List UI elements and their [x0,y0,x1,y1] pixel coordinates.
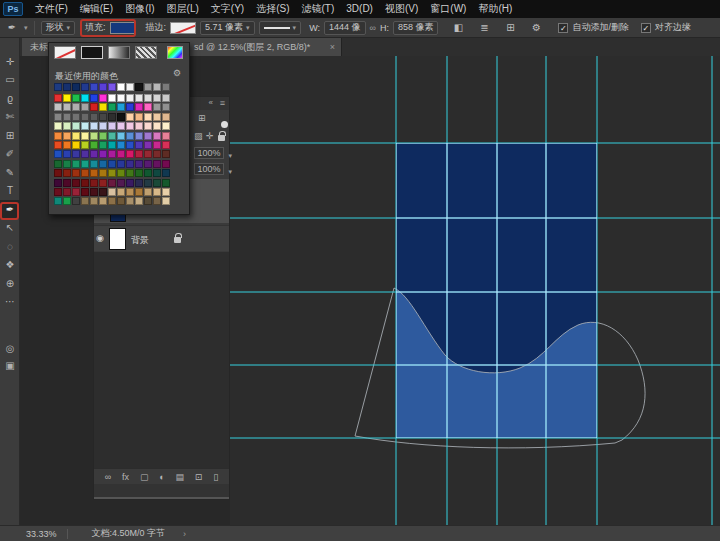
solid-color-button[interactable] [81,46,103,59]
color-swatch[interactable] [63,122,71,130]
recent-color-swatch[interactable] [135,83,143,91]
color-swatch[interactable] [54,132,62,140]
color-swatch[interactable] [162,169,170,177]
gear-icon[interactable]: ⚙ [173,68,181,78]
direct-selection-tool[interactable]: ↖ [0,219,20,238]
color-swatch[interactable] [81,94,89,102]
edit-toolbar[interactable]: ⋯ [0,293,20,312]
color-swatch[interactable] [90,169,98,177]
color-swatch[interactable] [153,150,161,158]
color-swatch[interactable] [117,141,125,149]
color-swatch[interactable] [54,160,62,168]
marquee-tool[interactable]: ▭ [0,71,20,90]
color-swatch[interactable] [54,141,62,149]
recent-color-swatch[interactable] [72,83,80,91]
color-swatch[interactable] [153,169,161,177]
color-swatch[interactable] [63,132,71,140]
color-swatch[interactable] [144,141,152,149]
color-swatch[interactable] [162,188,170,196]
color-swatch[interactable] [99,169,107,177]
quick-selection-tool[interactable]: ✄ [0,108,20,127]
auto-add-delete-checkbox[interactable]: ✓ [558,23,568,33]
color-swatch[interactable] [108,94,116,102]
layers-action-icon[interactable]: ∞ [105,472,111,482]
color-swatch[interactable] [144,197,152,205]
color-swatch[interactable] [153,141,161,149]
color-swatch[interactable] [72,141,80,149]
color-swatch[interactable] [108,179,116,187]
color-swatch[interactable] [108,132,116,140]
link-dimensions-icon[interactable]: ∞ [370,23,376,33]
color-swatch[interactable] [162,197,170,205]
color-swatch[interactable] [72,94,80,102]
color-swatch[interactable] [135,169,143,177]
color-swatch[interactable] [126,141,134,149]
color-swatch[interactable] [153,160,161,168]
color-swatch[interactable] [90,179,98,187]
menu-item[interactable]: 帮助(H) [472,0,518,18]
color-swatch[interactable] [72,197,80,205]
color-swatch[interactable] [135,141,143,149]
layer-filter-icon[interactable]: ⊞ [198,113,206,123]
color-swatch[interactable] [81,197,89,205]
lasso-tool[interactable]: ϱ [0,89,20,108]
color-swatch[interactable] [144,94,152,102]
recent-color-swatch[interactable] [162,83,170,91]
tool-mode-dropdown[interactable]: 形状 ▾ [41,21,76,35]
opacity-field[interactable]: 100% ▾ [194,147,224,159]
color-swatch[interactable] [108,169,116,177]
color-swatch[interactable] [63,179,71,187]
status-options-chevron-icon[interactable]: › [183,529,186,539]
color-swatch[interactable] [63,197,71,205]
menu-item[interactable]: 编辑(E) [74,0,119,18]
canvas-area[interactable] [230,56,720,525]
color-swatch[interactable] [135,150,143,158]
stroke-style-dropdown[interactable]: ▾ [259,21,302,35]
type-tool[interactable]: T [0,182,20,201]
color-swatch[interactable] [117,103,125,111]
color-swatch[interactable] [99,113,107,121]
color-swatch[interactable] [144,188,152,196]
collapse-panel-icon[interactable]: « [209,98,213,107]
color-swatch[interactable] [54,197,62,205]
align-edges-checkbox[interactable]: ✓ [641,23,651,33]
color-swatch[interactable] [108,150,116,158]
lock-position-icon[interactable]: ✛ [206,131,214,141]
color-swatch[interactable] [54,169,62,177]
tool-preset-chevron-icon[interactable]: ▾ [24,24,28,32]
color-swatch[interactable] [108,141,116,149]
color-swatch[interactable] [90,122,98,130]
lock-transparent-icon[interactable]: ▨ [194,131,203,141]
color-swatch[interactable] [135,160,143,168]
brush-tool[interactable]: ✎ [0,163,20,182]
color-swatch[interactable] [81,179,89,187]
color-swatch[interactable] [162,132,170,140]
color-swatch[interactable] [153,132,161,140]
color-swatch[interactable] [135,188,143,196]
pen-tool[interactable]: ✒ [0,200,20,219]
height-field[interactable]: 858 像素 [393,21,439,35]
menu-item[interactable]: 文件(F) [29,0,74,18]
options-icon[interactable]: ≣ [476,22,492,33]
color-swatch[interactable] [153,188,161,196]
color-swatch[interactable] [90,150,98,158]
color-swatch[interactable] [153,103,161,111]
recent-color-swatch[interactable] [54,83,62,91]
layers-action-icon[interactable]: ▢ [140,472,149,482]
layers-action-icon[interactable]: ▯ [213,472,218,482]
color-swatch[interactable] [90,132,98,140]
layers-action-icon[interactable]: ▤ [175,472,184,482]
color-swatch[interactable] [63,103,71,111]
color-swatch[interactable] [153,113,161,121]
color-swatch[interactable] [126,169,134,177]
color-swatch[interactable] [135,94,143,102]
color-swatch[interactable] [90,141,98,149]
color-swatch[interactable] [144,160,152,168]
layers-action-icon[interactable]: ◐ [159,472,164,482]
color-swatch[interactable] [81,141,89,149]
color-swatch[interactable] [135,197,143,205]
color-swatch[interactable] [54,150,62,158]
options-icon[interactable]: ⊞ [502,22,518,33]
color-swatch[interactable] [126,122,134,130]
color-swatch[interactable] [126,188,134,196]
